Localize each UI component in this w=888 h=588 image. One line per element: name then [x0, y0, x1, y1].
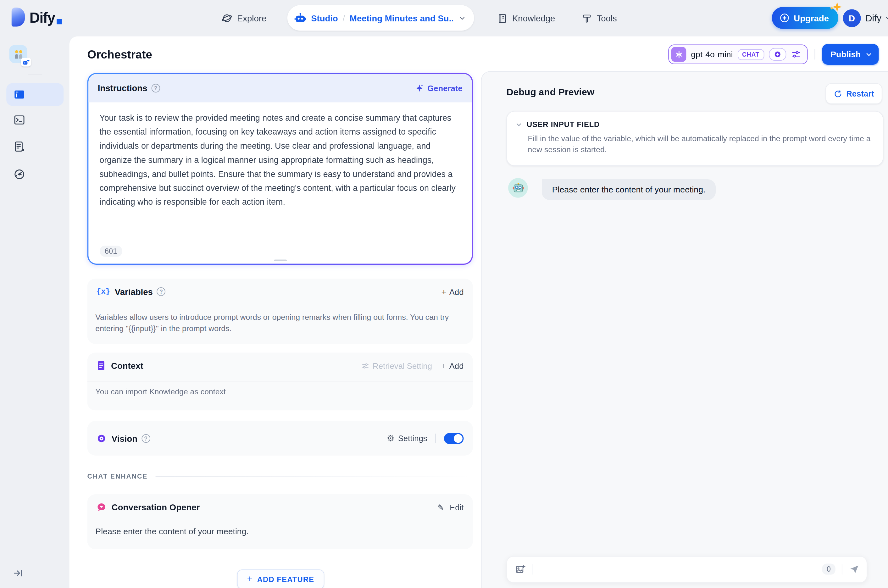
conversation-opener-section: Conversation Opener ✎ Edit Please enter … — [87, 494, 473, 549]
instructions-textarea[interactable]: Your task is to review the provided meet… — [88, 102, 472, 218]
page-title: Orchestrate — [87, 48, 152, 62]
add-image-icon[interactable] — [515, 564, 525, 574]
instructions-panel: Instructions ? Generate Your task is to … — [87, 73, 473, 265]
sliders-icon — [361, 362, 369, 370]
chat-input[interactable] — [539, 564, 816, 573]
retrieval-setting-label: Retrieval Setting — [373, 361, 432, 370]
nav-explore-label: Explore — [237, 13, 267, 23]
model-selector[interactable]: gpt-4o-mini CHAT — [669, 45, 807, 64]
eye-icon — [96, 433, 106, 443]
app-icon[interactable] — [9, 45, 27, 63]
dify-logo[interactable]: Dify — [12, 8, 62, 27]
context-title: Context — [111, 361, 143, 370]
upgrade-button[interactable]: Upgrade — [772, 7, 838, 29]
nav-studio-breadcrumb[interactable]: Studio / Meeting Minutes and Su... — [287, 5, 474, 31]
vision-title: Vision — [112, 433, 137, 443]
edit-label: Edit — [450, 503, 464, 512]
chevron-down-icon — [865, 50, 873, 58]
sidebar-item-orchestrate[interactable] — [6, 83, 63, 106]
edit-opener-button[interactable]: ✎ Edit — [437, 503, 464, 512]
generate-label: Generate — [428, 84, 462, 93]
add-feature-label: ADD FEATURE — [257, 575, 315, 584]
chevron-down-icon[interactable] — [459, 14, 466, 22]
input-divider — [842, 564, 842, 574]
chat-enhance-label: CHAT ENHANCE — [87, 473, 148, 480]
chat-input-bar: 0 — [507, 556, 867, 583]
hammer-icon — [582, 13, 592, 23]
user-avatar[interactable]: D — [843, 9, 861, 27]
plus-icon: + — [441, 287, 446, 296]
sidebar-divider — [28, 74, 42, 75]
sidebar-item-monitoring[interactable] — [13, 168, 26, 180]
vision-divider — [435, 434, 436, 443]
openai-icon — [671, 47, 687, 62]
explore-icon — [221, 13, 232, 24]
vision-settings-button[interactable]: Settings — [398, 434, 428, 443]
add-variable-label: Add — [449, 287, 464, 296]
nav-tools-label: Tools — [597, 13, 616, 23]
help-icon[interactable]: ? — [141, 434, 150, 443]
retrieval-setting-button[interactable]: Retrieval Setting — [361, 361, 432, 370]
header-divider — [814, 49, 815, 59]
robot-emoji — [512, 182, 524, 194]
expand-sidebar-icon[interactable] — [13, 568, 23, 578]
add-context-label: Add — [449, 361, 464, 370]
nav-knowledge-label: Knowledge — [512, 13, 555, 23]
pencil-icon: ✎ — [437, 503, 444, 512]
context-empty-hint: You can import Knowledge as context — [95, 386, 464, 398]
context-section: Context Retrieval Setting + Add — [87, 353, 473, 411]
debug-title: Debug and Preview — [507, 87, 595, 98]
model-parameters-icon[interactable] — [790, 49, 801, 59]
nav-tools[interactable]: Tools — [582, 0, 617, 36]
gauge-icon — [13, 168, 26, 180]
add-feature-button[interactable]: + ADD FEATURE — [237, 570, 324, 588]
sidebar-item-api-access[interactable] — [13, 114, 26, 126]
publish-label: Publish — [831, 50, 861, 59]
add-context-button[interactable]: + Add — [441, 361, 464, 370]
user-input-field-card: USER INPUT FIELD Fill in the value of th… — [507, 111, 884, 166]
vision-section: Vision ? ⚙ Settings — [87, 421, 473, 455]
chevron-down-icon — [884, 15, 888, 22]
dify-logo-text: Dify — [30, 10, 55, 25]
sparkle-icon — [416, 84, 424, 93]
help-icon[interactable]: ? — [151, 84, 160, 93]
two-people-emoji — [13, 49, 24, 59]
model-name: gpt-4o-mini — [691, 50, 733, 59]
sparkle-small-icon — [829, 5, 834, 11]
nav-knowledge[interactable]: Knowledge — [497, 0, 555, 36]
terminal-icon — [13, 114, 26, 126]
upgrade-label: Upgrade — [794, 13, 829, 22]
generate-button[interactable]: Generate — [416, 84, 462, 93]
nav-studio-label[interactable]: Studio — [311, 13, 338, 22]
publish-button[interactable]: Publish — [822, 44, 879, 65]
app-window-icon — [13, 88, 26, 100]
variables-braces-icon: {x} — [96, 287, 110, 296]
help-icon[interactable]: ? — [157, 287, 166, 296]
refresh-icon — [834, 89, 842, 98]
breadcrumb-separator: / — [343, 13, 345, 22]
user-input-field-title: USER INPUT FIELD — [527, 120, 600, 129]
assistant-avatar — [508, 178, 528, 198]
account-menu[interactable]: Dify — [866, 0, 888, 36]
breadcrumb-app-name[interactable]: Meeting Minutes and Su... — [350, 13, 454, 22]
resize-handle[interactable] — [274, 260, 286, 261]
restart-label: Restart — [846, 89, 874, 98]
gem-icon — [779, 13, 790, 23]
vision-toggle[interactable] — [444, 433, 464, 444]
nav-explore[interactable]: Explore — [221, 0, 266, 36]
variables-section: {x} Variables ? + Add Variables allow us… — [87, 279, 473, 344]
chevron-down-icon[interactable] — [515, 121, 523, 128]
opener-message: Please enter the content of your meeting… — [95, 526, 464, 536]
add-variable-button[interactable]: + Add — [441, 287, 464, 296]
sidebar-item-logs[interactable] — [13, 141, 26, 153]
log-document-icon — [13, 141, 26, 153]
chat-enhance-header: CHAT ENHANCE — [87, 473, 473, 480]
conversation-opener-title: Conversation Opener — [112, 502, 200, 512]
variables-title: Variables — [115, 287, 153, 297]
restart-button[interactable]: Restart — [825, 83, 882, 104]
assistant-message: Please enter the content of your meeting… — [542, 179, 716, 200]
input-divider — [532, 564, 532, 574]
input-char-count: 0 — [822, 564, 836, 575]
send-icon[interactable] — [849, 564, 860, 575]
chat-heart-icon — [96, 502, 106, 512]
